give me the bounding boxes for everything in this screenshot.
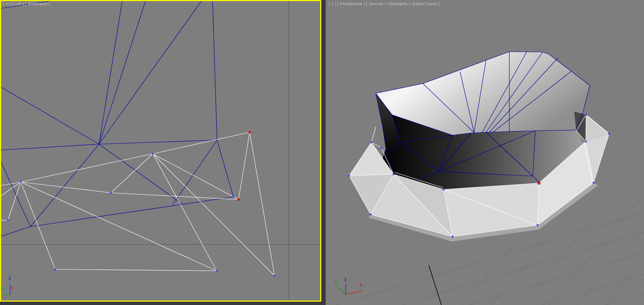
viewport-right-label[interactable]: [ + ] [ Perspective ] [ Smooth + Highlig…	[329, 1, 440, 6]
left-axis-z-label: Z	[9, 277, 11, 280]
right-axis-x-label: X	[360, 283, 362, 287]
max-viewport-area: [ + ] [ Left ] [ Wireframe ]	[0, 0, 644, 305]
left-viewport-canvas[interactable]	[0, 0, 321, 302]
viewport-right[interactable]	[326, 0, 644, 305]
right-axis-z-label: Z	[344, 278, 346, 282]
right-viewport-canvas[interactable]	[326, 0, 644, 305]
viewport-left[interactable]	[0, 0, 321, 302]
right-axis-y-label: y	[335, 280, 337, 283]
viewport-left-label[interactable]: [ + ] [ Left ] [ Wireframe ]	[3, 1, 50, 6]
left-axis-x-label: X	[11, 286, 13, 290]
left-axis-y-label: y	[1, 286, 3, 290]
